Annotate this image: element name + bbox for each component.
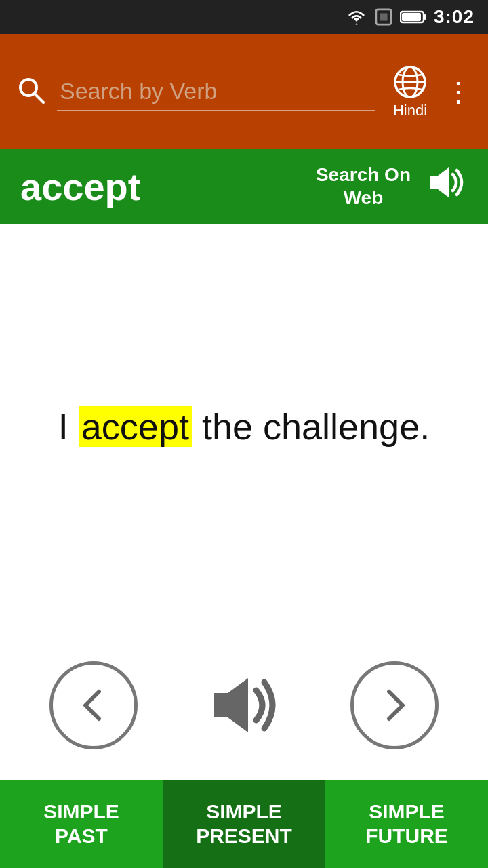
svg-marker-11	[214, 678, 248, 732]
simple-future-button[interactable]: SIMPLEFUTURE	[325, 780, 488, 868]
verb-title: accept	[20, 165, 316, 209]
sentence-post: the challenge.	[192, 406, 430, 447]
search-icon	[16, 75, 46, 105]
svg-marker-10	[430, 167, 449, 197]
time-display: 3:02	[434, 6, 474, 28]
sentence-pre: I	[58, 406, 79, 447]
simple-past-button[interactable]: SIMPLEPAST	[0, 780, 163, 868]
green-bar: accept Search OnWeb	[0, 149, 488, 224]
status-bar: 3:02	[0, 0, 488, 34]
search-input[interactable]	[57, 73, 375, 111]
hindi-button[interactable]: Hindi	[392, 64, 428, 119]
previous-button[interactable]	[49, 661, 138, 749]
chevron-left-icon	[73, 685, 114, 726]
svg-rect-3	[424, 14, 426, 20]
main-content: I accept the challenge.	[0, 224, 488, 631]
navigation-area	[0, 631, 488, 780]
simple-present-button[interactable]: SIMPLEPRESENT	[163, 780, 325, 868]
status-icons: 3:02	[346, 6, 474, 28]
top-bar: Hindi ⋮	[0, 34, 488, 149]
svg-rect-1	[380, 13, 387, 20]
battery-icon	[400, 9, 427, 24]
speaker-button-top[interactable]	[424, 161, 468, 212]
speaker-center-button[interactable]	[197, 658, 291, 753]
speaker-icon-center	[203, 665, 285, 746]
search-on-web-button[interactable]: Search OnWeb	[316, 163, 411, 209]
sentence-highlight: accept	[79, 406, 192, 447]
chevron-right-icon	[374, 685, 415, 726]
search-icon-wrap	[16, 75, 46, 108]
example-sentence: I accept the challenge.	[38, 401, 450, 453]
hindi-label: Hindi	[393, 102, 427, 119]
svg-rect-4	[402, 13, 421, 21]
more-menu-button[interactable]: ⋮	[445, 78, 472, 105]
speaker-icon-top	[424, 161, 468, 204]
sim-icon	[374, 8, 393, 26]
tense-bar: SIMPLEPAST SIMPLEPRESENT SIMPLEFUTURE	[0, 780, 488, 868]
wifi-icon	[346, 8, 367, 26]
next-button[interactable]	[350, 661, 439, 749]
globe-icon	[392, 64, 428, 100]
svg-line-6	[35, 94, 43, 102]
